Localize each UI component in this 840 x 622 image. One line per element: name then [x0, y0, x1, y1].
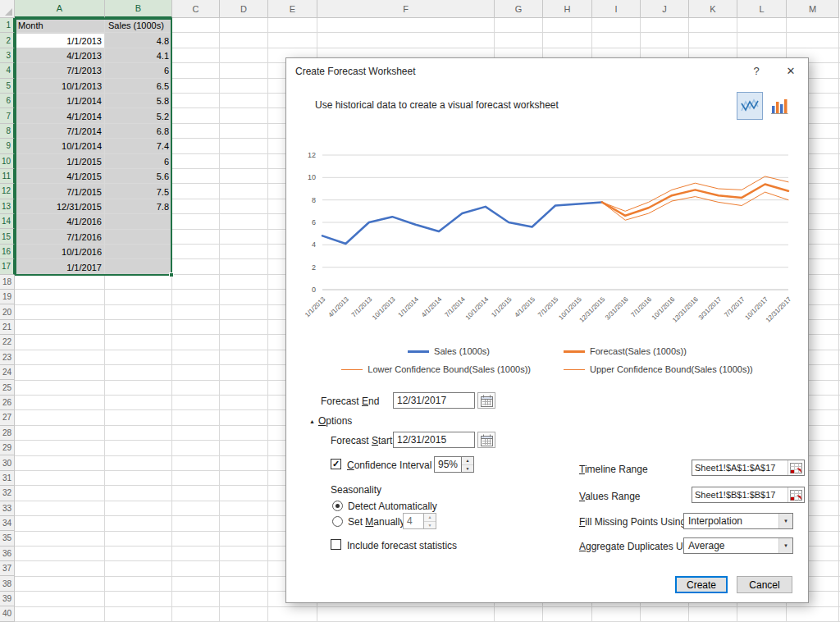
seasonality-manual-spinner[interactable]: ▲ ▼: [424, 513, 436, 529]
row-header-39[interactable]: 39: [0, 592, 15, 606]
values-range-input[interactable]: Sheet1!$B$1:$B$17: [692, 487, 805, 503]
timeline-range-input[interactable]: Sheet1!$A$1:$A$17: [692, 460, 805, 476]
cell-A8[interactable]: 7/1/2014: [15, 124, 105, 139]
row-header-5[interactable]: 5: [0, 79, 15, 94]
column-header-A[interactable]: A: [15, 0, 105, 18]
row-header-19[interactable]: 19: [0, 290, 15, 304]
row-header-40[interactable]: 40: [0, 606, 15, 621]
column-header-M[interactable]: M: [787, 0, 839, 18]
cell-A10[interactable]: 1/1/2015: [15, 154, 105, 169]
row-header-6[interactable]: 6: [0, 94, 15, 108]
values-range-selector-button[interactable]: [788, 487, 804, 502]
row-header-17[interactable]: 17: [0, 259, 15, 274]
cell-A12[interactable]: 7/1/2015: [15, 184, 105, 199]
row-header-25[interactable]: 25: [0, 380, 15, 395]
column-header-H[interactable]: H: [543, 0, 592, 18]
forecast-start-datepicker-button[interactable]: [477, 432, 495, 448]
cell-A13[interactable]: 12/31/2015: [15, 199, 105, 214]
cell-A7[interactable]: 4/1/2014: [15, 108, 105, 123]
cancel-button[interactable]: Cancel: [737, 576, 792, 593]
row-header-8[interactable]: 8: [0, 124, 15, 139]
cell-B7[interactable]: 5.2: [105, 108, 172, 123]
detect-automatically-radio[interactable]: [332, 501, 343, 511]
column-header-E[interactable]: E: [268, 0, 317, 18]
select-all-button[interactable]: [0, 0, 15, 18]
row-header-38[interactable]: 38: [0, 576, 15, 591]
cell-B1[interactable]: Sales (1000s): [105, 18, 172, 33]
cell-A9[interactable]: 10/1/2014: [15, 139, 105, 153]
row-header-3[interactable]: 3: [0, 48, 15, 63]
row-header-4[interactable]: 4: [0, 63, 15, 78]
cell-A6[interactable]: 1/1/2014: [15, 94, 105, 108]
cell-B6[interactable]: 5.8: [105, 94, 172, 108]
cell-A11[interactable]: 4/1/2015: [15, 169, 105, 184]
row-header-11[interactable]: 11: [0, 169, 15, 184]
forecast-end-datepicker-button[interactable]: [477, 392, 495, 409]
cell-B4[interactable]: 6: [105, 63, 172, 78]
row-header-36[interactable]: 36: [0, 547, 15, 561]
chevron-down-icon[interactable]: ▼: [778, 514, 792, 528]
row-header-30[interactable]: 30: [0, 455, 15, 470]
timeline-range-selector-button[interactable]: [788, 460, 804, 475]
row-header-27[interactable]: 27: [0, 410, 15, 425]
chevron-down-icon[interactable]: ▼: [778, 538, 792, 553]
row-header-28[interactable]: 28: [0, 426, 15, 441]
fill-missing-points-dropdown[interactable]: Interpolation ▼: [683, 513, 793, 529]
cell-B13[interactable]: 7.8: [105, 199, 172, 214]
row-header-22[interactable]: 22: [0, 335, 15, 350]
cell-B12[interactable]: 7.5: [105, 184, 172, 199]
seasonality-manual-input[interactable]: 4: [403, 513, 424, 529]
row-header-15[interactable]: 15: [0, 229, 15, 244]
spin-down-icon[interactable]: ▼: [462, 465, 473, 473]
row-header-12[interactable]: 12: [0, 184, 15, 199]
cell-B3[interactable]: 4.1: [105, 48, 172, 63]
cell-B5[interactable]: 6.5: [105, 79, 172, 94]
confidence-interval-input[interactable]: 95%: [434, 456, 462, 473]
column-header-F[interactable]: F: [317, 0, 495, 18]
forecast-end-input[interactable]: 12/31/2017: [393, 392, 475, 409]
row-header-26[interactable]: 26: [0, 396, 15, 410]
row-header-29[interactable]: 29: [0, 441, 15, 455]
cell-A17[interactable]: 1/1/2017: [15, 259, 105, 274]
spin-up-icon[interactable]: ▲: [462, 457, 473, 465]
row-header-13[interactable]: 13: [0, 199, 15, 214]
selection-fill-handle[interactable]: [169, 272, 174, 277]
cell-A15[interactable]: 7/1/2016: [15, 230, 105, 245]
row-header-18[interactable]: 18: [0, 275, 15, 290]
set-manually-radio[interactable]: [332, 516, 343, 527]
cell-B10[interactable]: 6: [105, 154, 172, 169]
column-header-J[interactable]: J: [641, 0, 689, 18]
cell-A14[interactable]: 4/1/2016: [15, 214, 105, 229]
column-header-I[interactable]: I: [592, 0, 641, 18]
cell-A2[interactable]: 1/1/2013: [15, 33, 105, 48]
cell-A16[interactable]: 10/1/2016: [15, 245, 105, 259]
cell-A4[interactable]: 7/1/2013: [15, 63, 105, 78]
close-button[interactable]: ✕: [778, 61, 803, 81]
row-header-7[interactable]: 7: [0, 108, 15, 123]
row-header-33[interactable]: 33: [0, 501, 15, 516]
row-header-34[interactable]: 34: [0, 516, 15, 531]
column-header-B[interactable]: B: [105, 0, 172, 18]
bar-chart-type-button[interactable]: [766, 92, 792, 120]
cell-B9[interactable]: 7.4: [105, 139, 172, 153]
help-button[interactable]: ?: [744, 61, 769, 81]
line-chart-type-button[interactable]: [737, 92, 763, 120]
create-button[interactable]: Create: [675, 576, 728, 593]
row-header-14[interactable]: 14: [0, 214, 15, 229]
row-header-1[interactable]: 1: [0, 18, 15, 33]
row-header-23[interactable]: 23: [0, 350, 15, 365]
cell-B11[interactable]: 5.6: [105, 169, 172, 184]
cell-A3[interactable]: 4/1/2013: [15, 48, 105, 63]
column-header-K[interactable]: K: [689, 0, 737, 18]
include-statistics-checkbox[interactable]: [331, 539, 341, 550]
row-header-37[interactable]: 37: [0, 561, 15, 576]
row-header-35[interactable]: 35: [0, 531, 15, 546]
row-header-21[interactable]: 21: [0, 320, 15, 335]
forecast-start-input[interactable]: 12/31/2015: [393, 432, 475, 448]
row-header-16[interactable]: 16: [0, 245, 15, 259]
cell-B8[interactable]: 6.8: [105, 124, 172, 139]
column-header-C[interactable]: C: [172, 0, 220, 18]
column-header-D[interactable]: D: [220, 0, 268, 18]
confidence-interval-checkbox[interactable]: ✓: [331, 459, 341, 469]
row-header-24[interactable]: 24: [0, 365, 15, 380]
